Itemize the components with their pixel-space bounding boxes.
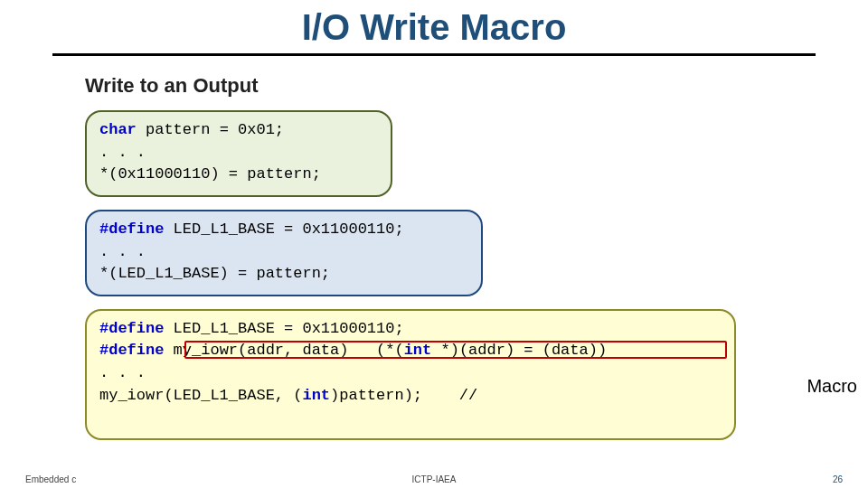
footer: Embedded c ICTP-IAEA 26 bbox=[0, 470, 868, 488]
keyword: #define bbox=[99, 342, 164, 359]
code-text: LED_L1_BASE = 0x11000110; bbox=[164, 221, 403, 238]
footer-middle: ICTP-IAEA bbox=[412, 474, 457, 484]
code-text: . . . bbox=[99, 144, 146, 161]
code-text: pattern = 0x01; bbox=[137, 121, 284, 138]
slide-number: 26 bbox=[833, 474, 843, 484]
footer-left: Embedded c bbox=[25, 474, 76, 484]
section-heading: Write to an Output bbox=[85, 74, 868, 98]
title-rule bbox=[52, 53, 816, 56]
keyword: int bbox=[302, 387, 330, 404]
slide-title: I/O Write Macro bbox=[0, 0, 868, 48]
code-box-1: char pattern = 0x01; . . . *(0x11000110)… bbox=[85, 110, 392, 197]
code-text: *(0x11000110) = pattern; bbox=[99, 165, 321, 183]
keyword: #define bbox=[99, 320, 164, 337]
keyword: char bbox=[99, 121, 137, 138]
code-box-2: #define LED_L1_BASE = 0x11000110; . . . … bbox=[85, 210, 483, 296]
code-box-3: #define LED_L1_BASE = 0x11000110; #defin… bbox=[85, 309, 736, 440]
keyword: #define bbox=[99, 221, 164, 238]
code-text: my_iowr(LED_L1_BASE, ( bbox=[99, 387, 302, 404]
code-text: . . . bbox=[99, 364, 146, 381]
code-text: *(LED_L1_BASE) = pattern; bbox=[99, 265, 330, 282]
code-text: . . . bbox=[99, 243, 146, 260]
macro-callout: Macro bbox=[807, 376, 857, 397]
highlight-box bbox=[184, 341, 727, 359]
code-text: LED_L1_BASE = 0x11000110; bbox=[164, 320, 403, 337]
code-text: )pattern); // bbox=[330, 387, 477, 404]
